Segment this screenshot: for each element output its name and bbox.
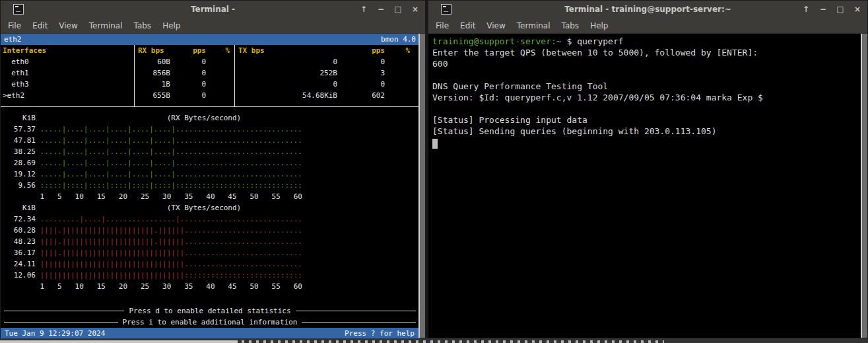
bmon-status-bar: Tue Jan 9 12:29:07 2024 Press ? for help <box>1 328 420 339</box>
rx-graph-row: 38.25 .....|....|....|....|....|....|...… <box>1 146 420 157</box>
status-clock: Tue Jan 9 12:29:07 2024 <box>5 328 105 339</box>
table-header-row: Interfaces RX bps pps % TX bps pps % <box>1 45 420 56</box>
taskbar-divider <box>480 338 481 343</box>
prompt-path: ~ <box>556 36 562 46</box>
hint-detailed-statistics: Press d to enable detailed statistics <box>1 305 420 317</box>
rx-bps-value: 655B <box>119 90 170 101</box>
tx-graph-x-axis: 1 5 10 15 20 25 30 35 40 45 50 55 60 <box>1 281 420 292</box>
column-separator <box>234 45 235 106</box>
terminal-line: 600 <box>432 58 862 69</box>
rx-graph-row: 28.69 .....|....|....|....|....|....|...… <box>1 157 420 169</box>
taskbar-strip <box>0 338 868 343</box>
right-terminal-window: Terminal - training@support-server:~ ↑ −… <box>428 0 868 338</box>
tx-bps-value: 54.68KiB <box>278 90 337 101</box>
cursor-line <box>432 137 862 148</box>
close-button[interactable]: × <box>853 1 862 18</box>
tx-graph-row: 48.23 ||||.|||||||||||||||||||||.||||||.… <box>1 236 420 247</box>
prompt-user-host: training@support-server: <box>432 36 556 46</box>
prompt-command: $ queryperf <box>562 36 624 46</box>
rule-line <box>4 311 124 311</box>
menu-view[interactable]: View <box>486 21 505 30</box>
rx-pps-value: 0 <box>170 67 206 79</box>
terminal-line: [Status] Processing input data <box>432 114 862 126</box>
maximize-button[interactable]: □ <box>393 1 403 18</box>
table-bottom-rule <box>1 106 420 107</box>
interface-row-eth1: eth1 856B 0 252B 3 <box>1 67 420 79</box>
tx-graph-row: 36.17 ||||.||||||||||||||||||||||||||||.… <box>1 247 420 258</box>
rx-bps-value: 1B <box>119 79 170 90</box>
terminal-line <box>432 103 862 114</box>
right-titlebar[interactable]: Terminal - training@support-server:~ ↑ −… <box>428 1 867 18</box>
interface-name-with-selector: >eth2 <box>3 90 24 101</box>
terminal-line <box>432 69 862 81</box>
interface-name: eth0 <box>3 56 29 67</box>
minimize-button[interactable]: − <box>376 1 385 18</box>
desktop: Terminal - ↑ − □ × File Edit View Termin… <box>0 0 868 343</box>
menu-terminal[interactable]: Terminal <box>89 21 123 30</box>
tx-graph-title: KiB (TX Bytes/second) <box>1 202 420 213</box>
bmon-title-bar: eth2 bmon 4.0 <box>1 34 420 45</box>
taskbar-button[interactable] <box>0 340 238 343</box>
interface-name: eth1 <box>3 67 29 79</box>
status-help-hint: Press ? for help <box>345 328 415 339</box>
tx-graph-row: 72.34 .........|....|................|..… <box>1 213 420 225</box>
terminal-line: [Status] Sending queries (beginning with… <box>432 126 862 137</box>
right-scrollbar[interactable] <box>861 34 867 338</box>
menu-help[interactable]: Help <box>590 21 608 30</box>
tx-bps-value: 0 <box>278 56 337 67</box>
menu-file[interactable]: File <box>8 21 21 30</box>
left-scrollbar[interactable] <box>418 34 425 338</box>
terminal-line: Version: $Id: queryperf.c,v 1.12 2007/09… <box>432 92 862 103</box>
shade-button[interactable]: ↑ <box>801 1 811 18</box>
right-window-controls: ↑ − □ × <box>801 1 862 18</box>
interface-row-eth3: eth3 1B 0 0 0 <box>1 79 420 90</box>
tx-bps-value: 252B <box>278 67 337 79</box>
col-interfaces: Interfaces <box>3 45 46 56</box>
menu-file[interactable]: File <box>436 21 449 30</box>
col-tx-pct: % <box>387 45 410 56</box>
rx-graph: KiB (RX Bytes/second) 57.37 .....|....|.… <box>1 112 420 202</box>
col-rx-pps: pps <box>170 45 206 56</box>
menu-edit[interactable]: Edit <box>32 21 48 30</box>
tx-graph-row: 60.28 ||||.|||||||||||||||||||||.||||||.… <box>1 225 420 236</box>
rx-pps-value: 0 <box>170 90 206 101</box>
menu-terminal[interactable]: Terminal <box>517 21 551 30</box>
menu-tabs[interactable]: Tabs <box>562 21 580 30</box>
terminal-cursor <box>432 139 438 149</box>
minimize-button[interactable]: − <box>818 1 828 18</box>
rx-pps-value: 0 <box>170 79 206 90</box>
tx-pps-value: 0 <box>342 79 385 90</box>
taskbar-button-text-tops[interactable] <box>242 340 664 343</box>
rx-graph-x-axis: 1 5 10 15 20 25 30 35 40 45 50 55 60 <box>1 191 420 202</box>
menu-tabs[interactable]: Tabs <box>134 21 152 30</box>
left-terminal-window: Terminal - ↑ − □ × File Edit View Termin… <box>0 0 426 338</box>
rx-bps-value: 856B <box>119 67 170 79</box>
rx-graph-title: KiB (RX Bytes/second) <box>1 112 420 124</box>
rx-pps-value: 0 <box>170 56 206 67</box>
queryperf-output: training@support-server:~ $ queryperf En… <box>428 34 862 338</box>
col-rx-bps: RX bps <box>138 45 164 56</box>
menu-view[interactable]: View <box>59 21 77 30</box>
interface-name: eth3 <box>3 79 29 90</box>
rule-line <box>302 322 416 323</box>
col-tx-bps: TX bps <box>238 45 265 56</box>
tx-bps-value: 0 <box>278 79 337 90</box>
tx-graph: KiB (TX Bytes/second) 72.34 .........|..… <box>1 202 420 292</box>
col-rx-pct: % <box>207 45 230 56</box>
hint-additional-information: Press i to enable additional information <box>1 317 420 328</box>
bmon-selected-interface: eth2 <box>4 34 22 45</box>
close-button[interactable]: × <box>411 1 420 18</box>
rule-line <box>296 311 416 311</box>
menu-edit[interactable]: Edit <box>460 21 475 30</box>
shade-button[interactable]: ↑ <box>359 1 368 18</box>
rx-graph-row: 57.37 .....|....|....|....|....|....|...… <box>1 124 420 135</box>
interface-row-eth0: eth0 60B 0 0 0 <box>1 56 420 67</box>
rx-graph-row: 47.81 .....|....|....|....|....|....|...… <box>1 135 420 146</box>
right-menubar: File Edit View Terminal Tabs Help <box>428 18 867 34</box>
menu-help[interactable]: Help <box>162 21 180 30</box>
terminal-line: DNS Query Performance Testing Tool <box>432 81 862 92</box>
rule-line <box>4 322 118 323</box>
maximize-button[interactable]: □ <box>836 1 845 18</box>
left-titlebar[interactable]: Terminal - ↑ − □ × <box>1 1 425 18</box>
interface-row-eth2-selected: >eth2 655B 0 54.68KiB 602 <box>1 90 420 101</box>
